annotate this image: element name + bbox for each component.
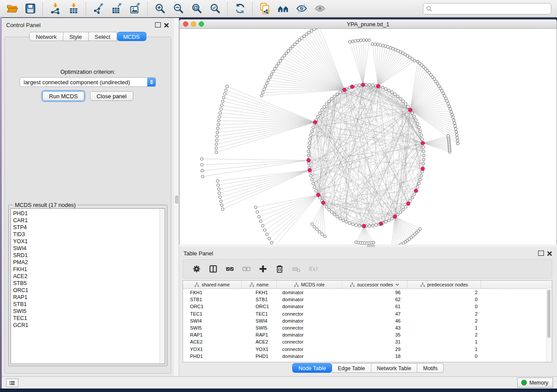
tab-network-table[interactable]: Network Table — [371, 363, 418, 373]
tab-edge-table[interactable]: Edge Table — [332, 363, 371, 373]
table-row[interactable]: PHD1PHD1dominator180 — [183, 353, 552, 360]
result-list-scrollbar[interactable] — [159, 209, 165, 364]
mcds-result-list: PHD1CAR1STP4TID3YOX1SWI4SRD1PMA2FKH1ACE2… — [10, 208, 165, 364]
network-window-titlebar[interactable]: YPA_prune.txt_1 — [180, 20, 557, 29]
refresh-button[interactable] — [231, 0, 249, 17]
cell: 18 — [342, 354, 408, 359]
tab-node-table[interactable]: Node Table — [292, 363, 332, 373]
tab-motifs[interactable]: Motifs — [417, 363, 443, 373]
zoom-selected-button[interactable] — [206, 0, 224, 17]
run-mcds-button[interactable]: Run MCDS — [42, 91, 84, 101]
mcds-result-node[interactable]: SWI5 — [13, 308, 159, 315]
mcds-result-node[interactable]: STP4 — [13, 224, 159, 231]
table-row[interactable]: STB1STB1dominator620 — [183, 296, 552, 303]
splitter-grip[interactable] — [175, 196, 178, 203]
mcds-result-node[interactable]: ACE2 — [13, 273, 159, 280]
mcds-result-node[interactable]: SWI4 — [13, 245, 159, 252]
hide-selected-button[interactable] — [292, 0, 311, 17]
export-network-button[interactable] — [89, 0, 107, 17]
close-panel-icon[interactable] — [164, 22, 170, 28]
table-row[interactable]: SWI5SWI5connector431 — [183, 324, 552, 331]
mcds-result-node[interactable]: ORC1 — [13, 287, 159, 294]
mcds-result-node[interactable]: STB5 — [13, 280, 159, 287]
column-header-successor-nodes[interactable]: successor nodes — [342, 281, 408, 289]
export-image-button[interactable] — [126, 0, 144, 17]
table-row[interactable]: ORC1ORC1dominator610 — [183, 303, 552, 310]
cell: dominator — [277, 290, 342, 295]
mcds-result-node[interactable]: PHD1 — [13, 210, 159, 217]
cell: 1 — [408, 339, 481, 344]
delete-column-button[interactable] — [271, 261, 288, 277]
mcds-result-node[interactable]: STB1 — [13, 301, 159, 308]
mcds-result-title: MCDS result (17 nodes) — [13, 202, 77, 208]
cell: FKH1 — [242, 290, 277, 295]
zoom-out-button[interactable] — [169, 0, 187, 17]
column-header-MCDS-role[interactable]: MCDS role — [277, 281, 342, 289]
function-builder-button[interactable]: f(x) — [304, 261, 321, 277]
open-file-button[interactable] — [3, 0, 21, 17]
float-window-icon[interactable] — [538, 251, 544, 256]
zoom-fit-button[interactable] — [187, 0, 206, 17]
close-panel-icon[interactable] — [547, 250, 553, 256]
control-panel-tabs: NetworkStyleSelectMCDS — [2, 32, 174, 41]
tab-select[interactable]: Select — [89, 32, 117, 41]
cell: dominator — [277, 304, 342, 309]
new-network-from-selection-icon — [259, 3, 271, 14]
select-all-button[interactable] — [221, 261, 238, 277]
table-row[interactable]: ACE2ACE2connector311 — [183, 338, 552, 345]
float-window-icon[interactable] — [155, 22, 161, 28]
show-all-button[interactable] — [311, 0, 329, 17]
table-row[interactable]: FKH1FKH1dominator962 — [183, 289, 552, 296]
table-row[interactable]: TEC1TEC1connector472 — [183, 310, 552, 317]
mcds-result-node[interactable]: FKH1 — [13, 266, 159, 273]
cell: dominator — [277, 297, 342, 302]
mcds-result-node[interactable]: GCR1 — [13, 322, 159, 329]
save-button[interactable] — [21, 0, 39, 17]
table-row[interactable]: YOX1YOX1connector291 — [183, 346, 552, 353]
mcds-result-node[interactable]: TID3 — [13, 231, 159, 238]
mcds-result-node[interactable]: SRD1 — [13, 252, 159, 259]
column-header-shared-name[interactable]: shared name — [183, 281, 242, 289]
memory-button[interactable]: Memory — [517, 378, 553, 388]
add-column-button[interactable] — [255, 261, 271, 277]
close-panel-button[interactable]: Close panel — [90, 91, 133, 101]
deselect-all-button[interactable] — [238, 261, 255, 277]
criterion-select[interactable]: largest connected component (undirected) — [20, 77, 156, 87]
column-header-name[interactable]: name — [242, 281, 277, 289]
delete-table-button[interactable] — [288, 261, 304, 277]
new-network-from-selection-button[interactable] — [256, 0, 274, 17]
cell: SWI5 — [183, 325, 242, 330]
import-table-button[interactable] — [64, 0, 83, 17]
mcds-result-node[interactable]: YOX1 — [13, 238, 159, 245]
mcds-result-node[interactable]: PMA2 — [13, 259, 159, 266]
first-neighbors-button[interactable] — [274, 0, 292, 17]
toolbar-separator — [227, 2, 228, 15]
table-row[interactable]: SWI4SWI4dominator462 — [183, 317, 552, 324]
import-network-button[interactable] — [46, 0, 64, 17]
cell: 47 — [342, 311, 408, 316]
mcds-result-node[interactable]: CAR1 — [13, 217, 159, 224]
eye-slash-icon — [296, 3, 308, 14]
tab-style[interactable]: Style — [63, 32, 89, 41]
table-row[interactable]: RAP1RAP1dominator352 — [183, 331, 552, 338]
column-header-predecessor-nodes[interactable]: predecessor nodes — [408, 281, 481, 289]
cell: TEC1 — [242, 311, 277, 316]
table-settings-button[interactable] — [188, 261, 205, 277]
mcds-result-node[interactable]: TEC1 — [13, 315, 159, 322]
cell: YOX1 — [242, 347, 277, 352]
zoom-in-button[interactable] — [151, 0, 169, 17]
tab-network[interactable]: Network — [29, 32, 63, 41]
zoom-fit-icon — [191, 3, 203, 14]
table-scrollbar-thumb[interactable] — [547, 290, 550, 338]
search-input[interactable] — [434, 4, 551, 13]
tab-mcds[interactable]: MCDS — [117, 32, 146, 41]
vertical-splitter[interactable] — [174, 18, 179, 376]
show-columns-button[interactable] — [205, 261, 221, 277]
network-graph-canvas[interactable] — [180, 29, 557, 244]
mcds-result-node[interactable]: RAP1 — [13, 294, 159, 301]
table-scrollbar[interactable] — [547, 289, 552, 362]
network-view-window: YPA_prune.txt_1 — [179, 19, 557, 244]
export-table-button[interactable] — [107, 0, 126, 17]
search-box — [423, 3, 551, 14]
task-history-button[interactable] — [6, 378, 18, 387]
